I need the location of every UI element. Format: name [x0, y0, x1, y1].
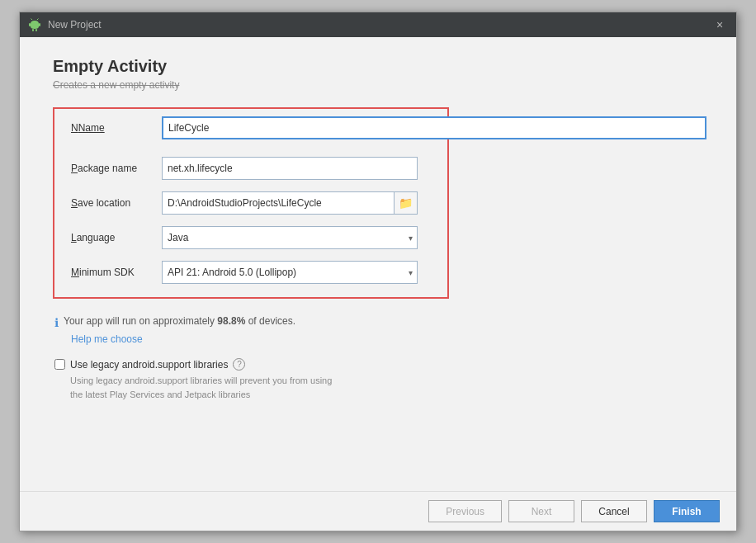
new-project-dialog: New Project × Empty Activity Creates a n…: [19, 12, 737, 531]
next-button[interactable]: Next: [508, 500, 574, 522]
finish-button[interactable]: Finish: [654, 500, 720, 522]
language-label: Language: [71, 232, 162, 243]
dialog-title: New Project: [48, 19, 102, 31]
activity-title: Empty Activity: [53, 57, 703, 76]
svg-line-7: [37, 19, 39, 21]
package-name-input[interactable]: [162, 157, 418, 180]
name-label: NName: [71, 122, 162, 134]
title-bar-left: New Project: [28, 18, 102, 31]
help-link[interactable]: Help me choose: [71, 333, 143, 345]
legacy-help-icon[interactable]: ?: [233, 358, 245, 371]
legacy-checkbox[interactable]: [54, 359, 65, 370]
activity-subtitle: Creates a new empty activity: [53, 79, 703, 91]
language-select[interactable]: Java Kotlin: [162, 226, 418, 249]
package-name-row: Package name: [71, 157, 431, 180]
package-name-label: Package name: [71, 163, 162, 174]
save-location-field: 📁: [162, 191, 418, 215]
svg-rect-5: [35, 29, 37, 31]
min-sdk-label: Minimum SDK: [71, 267, 162, 278]
close-button[interactable]: ×: [711, 17, 728, 33]
save-location-input[interactable]: [162, 191, 395, 215]
min-sdk-select-wrapper: API 16: Android 4.1 (Jelly Bean) API 21:…: [162, 261, 418, 284]
svg-rect-3: [39, 23, 40, 26]
coverage-text: Your app will run on approximately 98.8%…: [64, 315, 295, 327]
dialog-footer: Previous Next Cancel Finish: [20, 491, 736, 531]
min-sdk-select[interactable]: API 16: Android 4.1 (Jelly Bean) API 21:…: [162, 261, 418, 284]
min-sdk-row: Minimum SDK API 16: Android 4.1 (Jelly B…: [71, 261, 431, 284]
legacy-desc: Using legacy android.support libraries w…: [70, 374, 703, 401]
dialog-body: Empty Activity Creates a new empty activ…: [20, 37, 736, 491]
svg-line-6: [31, 19, 33, 21]
android-icon: [28, 18, 41, 31]
svg-rect-2: [29, 23, 31, 26]
coverage-info-row: ℹ Your app will run on approximately 98.…: [54, 315, 703, 329]
previous-button[interactable]: Previous: [428, 500, 502, 522]
info-section: ℹ Your app will run on approximately 98.…: [53, 315, 703, 345]
save-location-row: Save location 📁: [71, 191, 431, 215]
name-row: NName: [71, 122, 431, 134]
title-bar: New Project ×: [20, 12, 736, 37]
name-input[interactable]: [162, 116, 706, 139]
legacy-section: Use legacy android.support libraries ? U…: [53, 358, 703, 401]
legacy-checkbox-row: Use legacy android.support libraries ?: [54, 358, 703, 371]
legacy-label: Use legacy android.support libraries: [70, 359, 228, 371]
language-select-wrapper: Java Kotlin ▾: [162, 226, 418, 249]
language-row: Language Java Kotlin ▾: [71, 226, 431, 249]
info-icon: ℹ: [54, 316, 59, 329]
form-section: NName Package name Save location 📁 La: [53, 107, 449, 299]
cancel-button[interactable]: Cancel: [581, 500, 647, 522]
svg-rect-4: [32, 29, 34, 31]
browse-button[interactable]: 📁: [395, 191, 418, 215]
save-location-label: Save location: [71, 197, 162, 209]
